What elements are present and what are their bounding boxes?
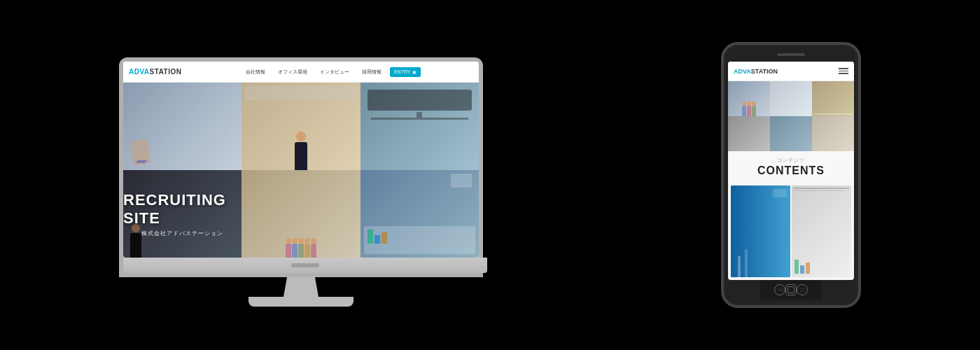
nav-recruit[interactable]: 採用情報 <box>358 67 386 77</box>
phone-hero-cell-4 <box>728 116 770 151</box>
monitor-screen: ADVA STATION 会社情報 オフィス環境 インタビュー 採用情報 ENT… <box>123 62 479 258</box>
hero-overlay: RECRUITING SITE 株式会社アドバステーション <box>123 170 241 258</box>
hero-cell-3 <box>360 83 479 170</box>
phone-home-button[interactable] <box>785 284 797 295</box>
hamburger-menu[interactable] <box>839 68 848 74</box>
nav-items: 会社情報 オフィス環境 インタビュー 採用情報 ENTRY ▣ <box>189 67 474 77</box>
phone-nav: ADVA STATION <box>728 62 854 81</box>
phone-hero-cell-3 <box>812 81 854 116</box>
hero-title: RECRUITING SITE <box>123 191 241 227</box>
phone-hero-cell-2 <box>770 81 812 116</box>
hero-cell-4: RECRUITING SITE 株式会社アドバステーション <box>123 170 241 258</box>
contents-section: コンテンツ CONTENTS <box>728 151 854 183</box>
contents-label-en: CONTENTS <box>731 164 851 177</box>
nav-entry[interactable]: ENTRY ▣ <box>390 67 421 77</box>
monitor-bezel-bottom <box>123 258 487 273</box>
site-nav: ADVA STATION 会社情報 オフィス環境 インタビュー 採用情報 ENT… <box>123 62 479 83</box>
stand-neck <box>284 277 318 297</box>
phone-content-images <box>728 183 854 280</box>
phone-back-button[interactable] <box>774 284 785 295</box>
monitor-frame: ADVA STATION 会社情報 オフィス環境 インタビュー 採用情報 ENT… <box>119 57 483 277</box>
contents-label-jp: コンテンツ <box>731 157 851 164</box>
hero-cell-6 <box>360 170 479 258</box>
nav-office[interactable]: オフィス環境 <box>274 67 312 77</box>
mobile-mockup: ADVA STATION <box>721 42 861 308</box>
hero-cell-5 <box>241 170 360 258</box>
phone-hero-cell-5 <box>770 116 812 151</box>
phone-speaker <box>777 53 805 56</box>
content-cell-office <box>731 186 790 277</box>
stand-base <box>248 297 354 307</box>
phone-hero-grid <box>728 81 854 151</box>
phone-hero-cell-6 <box>812 116 854 151</box>
phone-menu-button[interactable] <box>797 284 808 295</box>
hero-subtitle: 株式会社アドバステーション <box>141 230 223 237</box>
hero-grid: RECRUITING SITE 株式会社アドバステーション <box>123 83 479 258</box>
phone-bottom-bar <box>760 280 822 300</box>
logo-station: STATION <box>150 68 182 76</box>
phone-hero-cell-1 <box>728 81 770 116</box>
content-cell-chart <box>792 186 851 277</box>
hero-cell-1 <box>123 83 241 170</box>
phone-logo-adva: ADVA <box>734 68 751 75</box>
nav-interview[interactable]: インタビュー <box>316 67 354 77</box>
nav-company[interactable]: 会社情報 <box>241 67 270 77</box>
phone-logo: ADVA STATION <box>734 68 778 75</box>
site-logo: ADVA STATION <box>129 68 182 76</box>
logo-adva: ADVA <box>129 68 150 76</box>
phone-screen: ADVA STATION <box>728 62 854 280</box>
phone-frame: ADVA STATION <box>721 42 861 308</box>
monitor-stand <box>248 277 354 307</box>
phone-logo-station: STATION <box>751 68 778 75</box>
desktop-mockup: ADVA STATION 会社情報 オフィス環境 インタビュー 採用情報 ENT… <box>119 57 483 307</box>
hero-cell-2 <box>241 83 360 170</box>
